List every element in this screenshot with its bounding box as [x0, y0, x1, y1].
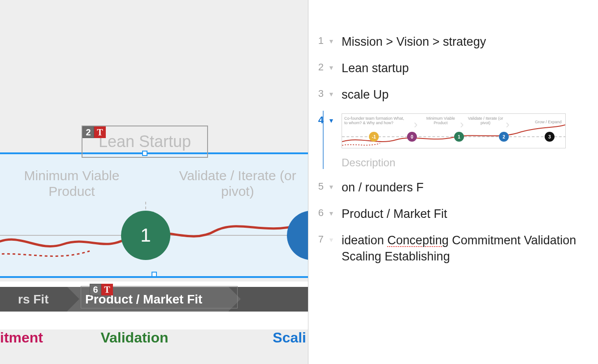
outline-text[interactable]: Product / Market Fit [342, 206, 587, 222]
row-number: 5 [313, 180, 324, 192]
outline-pane[interactable]: 1 ▼ Mission > Vision > strategy 2 ▼ Lean… [308, 0, 598, 364]
collapse-arrow-icon[interactable]: ▼ [328, 180, 337, 191]
spacer [0, 312, 308, 329]
row-number: 3 [313, 87, 324, 100]
outline-row[interactable]: 1 ▼ Mission > Vision > strategy [308, 31, 598, 58]
outline-row[interactable]: 7 ▼ ideation Concepting Commitment Valid… [308, 230, 598, 272]
phase-commitment[interactable]: itment [0, 329, 67, 346]
chevron-label: rs Fit [18, 292, 48, 307]
badge-number: 2 [82, 126, 94, 138]
app-root: Lean Startup 2 T Minimum Viable Product … [0, 0, 598, 364]
slide-title[interactable]: Lean Startup [99, 132, 191, 151]
thumb-label: Minimum Viable Product [423, 117, 459, 126]
selection-indicator [323, 111, 324, 169]
mini-stage-num: 3 [548, 134, 551, 139]
resize-handle-icon[interactable] [152, 272, 157, 277]
text-part: ideation [342, 234, 387, 247]
chevron-icon: › [414, 117, 418, 131]
thumb-label: Grow / Expand [530, 120, 566, 125]
phase-scaling[interactable]: Scali [202, 329, 308, 346]
collapse-arrow-icon[interactable]: ▼ [328, 113, 337, 124]
phase-validation[interactable]: Validation [67, 329, 202, 346]
chevron-icon: › [506, 117, 510, 131]
spacer [0, 282, 308, 287]
outline-row[interactable]: 5 ▼ on / rounders F [308, 177, 598, 204]
collapse-arrow-icon[interactable]: ▼ [328, 87, 337, 98]
mini-stage-num: 2 [503, 134, 505, 139]
canvas-pane[interactable]: Lean Startup 2 T Minimum Viable Product … [0, 0, 308, 364]
label-mvp[interactable]: Minimum Viable Product [9, 168, 134, 199]
chevron-icon: › [460, 117, 464, 131]
row-number: 6 [313, 206, 324, 219]
outline-text[interactable]: Lean startup [342, 61, 587, 76]
outline-text[interactable]: Mission > Vision > strategy [342, 34, 587, 50]
mini-stage-num: -1 [372, 134, 376, 139]
stage-number: 1 [140, 225, 151, 246]
element-badge-segment: 6 T [90, 284, 113, 295]
outline-row[interactable]: 2 ▼ Lean startup [308, 58, 598, 84]
row-number: 1 [313, 34, 324, 47]
row-number: 7 [313, 233, 324, 245]
collapse-arrow-icon[interactable]: ▼ [328, 34, 337, 45]
outline-text[interactable]: scale Up [342, 87, 587, 103]
slide-thumbnail[interactable]: Co-founder team formation What, to whom?… [342, 113, 566, 148]
phase-row: itment Validation Scali [0, 329, 308, 346]
outline-row[interactable]: 3 ▼ scale Up [308, 84, 598, 111]
collapse-arrow-icon[interactable]: ▼ [328, 206, 337, 217]
mini-stage-num: 0 [411, 134, 413, 139]
stage-circle-1[interactable]: 1 [121, 211, 170, 260]
outline-text[interactable]: ideation Concepting Commitment Validatio… [342, 233, 587, 264]
resize-handle-icon[interactable] [142, 151, 147, 156]
collapse-arrow-icon[interactable]: ▼ [328, 61, 337, 71]
element-badge-title: 2 T [82, 126, 106, 138]
thumbnail-description-placeholder[interactable]: Description [342, 156, 587, 169]
row-number: 4 [313, 113, 324, 126]
outline-row-selected[interactable]: 4 ▼ Co-founder team formation What, to w… [308, 111, 598, 177]
label-validate[interactable]: Validate / Iterate (or pivot) [175, 168, 300, 199]
outline-row[interactable]: 6 ▼ Product / Market Fit [308, 204, 598, 230]
chevron-segment[interactable]: rs Fit [0, 287, 67, 312]
chevron-row: rs Fit Product / Market Fit [0, 287, 308, 312]
row-number: 2 [313, 61, 324, 73]
badge-text-icon: T [94, 126, 106, 138]
collapse-arrow-icon[interactable]: ▼ [328, 233, 337, 243]
slide-thumbnail-container[interactable]: Co-founder team formation What, to whom?… [342, 113, 587, 169]
badge-text-icon: T [101, 284, 113, 295]
mini-stage-num: 1 [458, 134, 460, 139]
thumb-label: Co-founder team formation What, to whom?… [344, 117, 407, 126]
outline-text[interactable]: on / rounders F [342, 180, 587, 195]
badge-number: 6 [90, 284, 101, 295]
spellcheck-underline: Concepting [387, 234, 449, 247]
thumb-label: Validate / Iterate (or pivot) [468, 117, 503, 126]
